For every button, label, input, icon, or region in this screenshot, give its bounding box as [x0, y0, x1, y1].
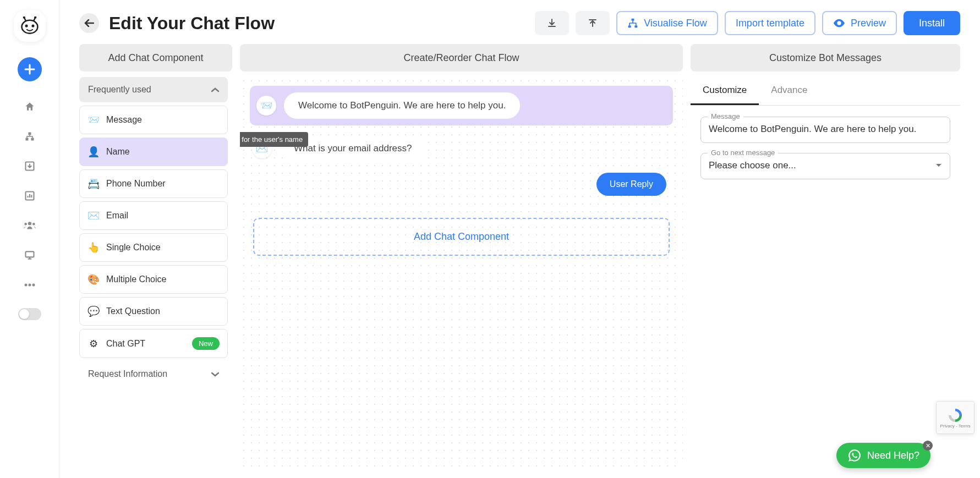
help-close-button[interactable]: ✕	[923, 441, 933, 450]
flow-canvas: 📨 Welcome to BotPenguin. We are here to …	[240, 77, 683, 467]
new-badge: New	[192, 337, 220, 350]
more-icon[interactable]	[18, 273, 42, 297]
component-label: Multiple Choice	[106, 274, 166, 284]
page-title: Edit Your Chat Flow	[109, 13, 528, 34]
analytics-icon[interactable]	[18, 184, 42, 208]
svg-point-16	[24, 284, 27, 287]
component-label: Email	[106, 211, 128, 221]
install-button[interactable]: Install	[904, 11, 960, 35]
back-button[interactable]	[79, 13, 99, 33]
svg-rect-9	[31, 138, 34, 141]
message-input[interactable]	[709, 122, 942, 137]
name-tooltip: Ask for the user's name	[240, 132, 308, 147]
need-help-widget[interactable]: Need Help? ✕	[836, 443, 930, 468]
component-icon: 💬	[87, 305, 100, 317]
next-message-value: Please choose one...	[709, 160, 796, 171]
component-item-single-choice[interactable]: 👆Single Choice	[79, 233, 228, 262]
content-row: Add Chat Component Frequently used 📨Mess…	[59, 44, 980, 478]
install-label: Install	[919, 18, 945, 29]
component-icon: 👆	[87, 241, 100, 254]
chevron-up-icon	[211, 87, 219, 92]
flow-welcome-block[interactable]: 📨 Welcome to BotPenguin. We are here to …	[250, 86, 673, 125]
upload-button[interactable]	[576, 11, 610, 35]
visualise-flow-label: Visualise Flow	[644, 18, 707, 29]
user-reply-button[interactable]: User Reply	[596, 173, 666, 196]
component-item-text-question[interactable]: 💬Text Question	[79, 297, 228, 326]
component-label: Chat GPT	[106, 339, 145, 349]
panel-customize: Customize Bot Messages Customize Advance…	[691, 44, 960, 467]
svg-point-14	[32, 223, 35, 226]
svg-point-17	[28, 284, 31, 287]
theme-toggle-wrap	[18, 308, 41, 320]
user-reply-label: User Reply	[610, 179, 653, 189]
welcome-message: Welcome to BotPenguin. We are here to he…	[284, 92, 520, 119]
component-item-name[interactable]: 👤Name	[79, 138, 228, 166]
flow-icon[interactable]	[18, 124, 42, 149]
home-icon[interactable]	[18, 95, 42, 119]
add-component-label: Add Chat Component	[414, 231, 509, 242]
recaptcha-badge: Privacy - Terms	[936, 401, 974, 434]
section-request-info[interactable]: Request Information	[79, 361, 228, 387]
app-logo	[14, 10, 46, 42]
message-field-group: Message	[700, 117, 950, 143]
import-template-label: Import template	[736, 18, 804, 29]
svg-rect-15	[25, 251, 34, 257]
svg-point-12	[28, 222, 31, 225]
component-item-email[interactable]: ✉️Email	[79, 201, 228, 230]
section-request-info-label: Request Information	[88, 369, 167, 379]
customize-tabs: Customize Advance	[691, 77, 960, 106]
message-label: Message	[708, 112, 743, 120]
tab-advance[interactable]: Advance	[759, 77, 819, 105]
next-message-select[interactable]: Please choose one...	[709, 158, 942, 173]
component-label: Text Question	[106, 306, 160, 316]
recaptcha-icon	[947, 407, 963, 424]
preview-label: Preview	[851, 18, 886, 29]
import-template-button[interactable]: Import template	[725, 11, 815, 35]
svg-rect-19	[632, 19, 634, 21]
tab-customize[interactable]: Customize	[691, 77, 759, 105]
component-item-message[interactable]: 📨Message	[79, 106, 228, 134]
chevron-down-icon	[935, 163, 942, 168]
bot-icon	[20, 17, 39, 35]
main-area: Edit Your Chat Flow Visualise Flow Impor…	[59, 0, 980, 478]
svg-point-6	[31, 24, 34, 27]
whatsapp-icon	[847, 448, 862, 463]
next-message-label: Go to next message	[708, 149, 778, 157]
need-help-label: Need Help?	[867, 450, 919, 461]
panel-right-header: Customize Bot Messages	[691, 44, 960, 72]
panel-add-component: Add Chat Component Frequently used 📨Mess…	[79, 44, 232, 467]
component-item-phone-number[interactable]: 📇Phone Number	[79, 169, 228, 198]
monitor-icon[interactable]	[18, 243, 42, 267]
svg-point-5	[25, 24, 28, 27]
component-icon: 📨	[87, 114, 100, 126]
component-icon: ⚙	[87, 338, 100, 350]
component-list: Frequently used 📨Message👤Name📇Phone Numb…	[79, 77, 232, 467]
svg-point-4	[21, 20, 37, 34]
preview-button[interactable]: Preview	[822, 11, 897, 35]
component-item-multiple-choice[interactable]: 🎨Multiple Choice	[79, 265, 228, 294]
component-icon: 👤	[87, 146, 100, 158]
svg-point-18	[32, 284, 35, 287]
download-nav-icon[interactable]	[18, 154, 42, 178]
add-button[interactable]	[18, 57, 42, 81]
svg-rect-20	[628, 25, 631, 28]
section-frequently-used-label: Frequently used	[88, 85, 151, 95]
download-button[interactable]	[535, 11, 569, 35]
flow-email-block[interactable]: ✉️ What is your email address?	[252, 135, 673, 162]
component-label: Message	[106, 115, 142, 125]
theme-toggle[interactable]	[18, 308, 41, 320]
visualise-flow-button[interactable]: Visualise Flow	[616, 11, 718, 35]
add-component-dropzone[interactable]: Add Chat Component	[253, 218, 670, 256]
component-item-chat-gpt[interactable]: ⚙Chat GPTNew	[79, 329, 228, 358]
svg-rect-8	[25, 138, 28, 141]
panel-center-header: Create/Reorder Chat Flow	[240, 44, 683, 72]
users-icon[interactable]	[18, 213, 42, 238]
component-icon: 🎨	[87, 273, 100, 285]
svg-point-13	[24, 223, 27, 226]
send-icon: 📨	[256, 96, 276, 116]
component-icon: ✉️	[87, 210, 100, 222]
next-message-field-group: Go to next message Please choose one...	[700, 153, 950, 179]
component-label: Name	[106, 147, 130, 157]
section-frequently-used[interactable]: Frequently used	[79, 77, 228, 102]
chevron-down-icon	[211, 372, 219, 377]
